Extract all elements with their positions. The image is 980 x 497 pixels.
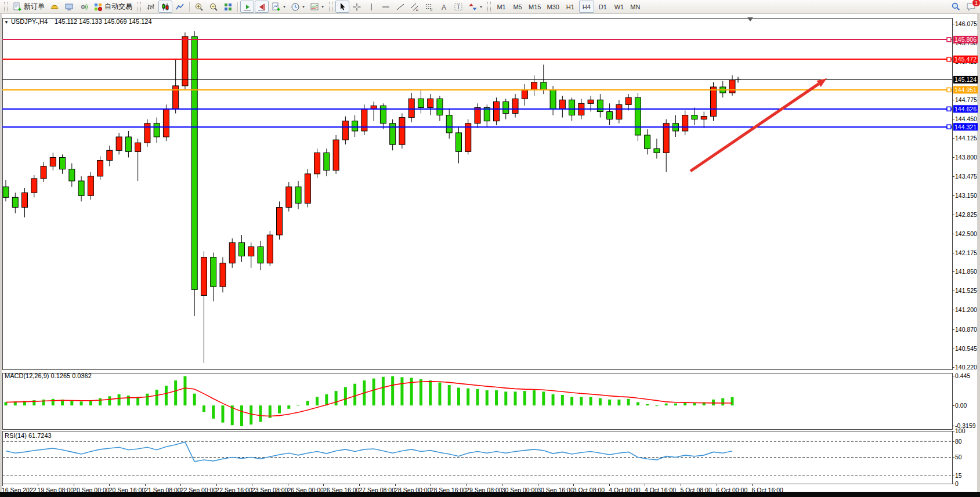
svg-text:26 Sep 00:00: 26 Sep 00:00	[287, 487, 324, 492]
hline-handle[interactable]	[947, 125, 951, 129]
candle-up	[399, 118, 405, 145]
new-order-button[interactable]: 新订单	[10, 1, 47, 13]
chart-svg: 146.075145.750145.425144.775144.450144.1…	[0, 14, 980, 492]
channel-icon: E	[410, 2, 420, 12]
line-chart-button[interactable]	[173, 1, 187, 13]
candle-down	[3, 187, 9, 197]
zoom-out-button[interactable]	[207, 1, 220, 13]
arrow-shaft[interactable]	[690, 84, 819, 171]
candle-up	[342, 121, 348, 140]
trendline-button[interactable]	[393, 1, 407, 13]
chevron-down-icon: ▾	[321, 4, 324, 9]
macd-bar	[570, 397, 573, 405]
horizontal-line-button[interactable]	[379, 1, 393, 13]
svg-text:100: 100	[955, 427, 965, 434]
chart-shift-button[interactable]	[255, 1, 269, 13]
timeframe-MN[interactable]: MN	[628, 1, 643, 13]
timeframe-M30[interactable]: M30	[544, 1, 561, 13]
macd-bar	[306, 401, 309, 405]
arrows-button[interactable]: ▾	[466, 1, 484, 13]
periods-button[interactable]: ▾	[288, 1, 307, 13]
equidistant-channel-button[interactable]: E	[408, 1, 422, 13]
autotrading-button[interactable]: 自动交易	[91, 1, 135, 13]
toolbar-grip[interactable]	[329, 2, 332, 12]
svg-text:142.825: 142.825	[955, 211, 977, 218]
macd-bar	[731, 397, 734, 405]
candle-down	[295, 187, 301, 203]
text-label-button[interactable]: T	[451, 1, 465, 13]
line-chart-icon	[175, 2, 185, 12]
timeframe-M15[interactable]: M15	[526, 1, 543, 13]
candle-up	[729, 80, 735, 93]
fibonacci-button[interactable]: F	[422, 1, 436, 13]
svg-text:144.626: 144.626	[954, 106, 977, 113]
svg-text:144.951: 144.951	[954, 86, 977, 93]
svg-text:27 Sep 08:00: 27 Sep 08:00	[359, 487, 396, 492]
text-button[interactable]: A	[437, 1, 451, 13]
search-icon	[951, 2, 961, 12]
signals-button[interactable]	[77, 1, 91, 13]
bar-chart-button[interactable]	[144, 1, 158, 13]
macd-bar	[646, 404, 649, 405]
macd-bar	[486, 390, 489, 405]
navigator-icon	[64, 2, 74, 12]
candle-down	[654, 148, 660, 153]
crosshair-button[interactable]	[350, 1, 364, 13]
toolbar-grip[interactable]	[4, 2, 8, 12]
macd-bar	[495, 390, 498, 405]
svg-text:16 Sep 2022: 16 Sep 2022	[2, 487, 37, 492]
gold-icon	[50, 2, 59, 12]
notifications-button[interactable]: 1	[964, 1, 978, 13]
macd-bar	[353, 384, 356, 405]
candle-down	[455, 133, 461, 151]
candle-up	[588, 100, 594, 103]
navigator-button[interactable]	[62, 1, 76, 13]
candle-up	[682, 115, 688, 131]
candlestick-chart-button[interactable]	[158, 1, 172, 13]
hline-handle[interactable]	[947, 57, 951, 61]
market-watch-button[interactable]	[48, 1, 62, 13]
candle-up	[41, 166, 46, 179]
timeframe-D1[interactable]: D1	[595, 1, 610, 13]
hline-handle[interactable]	[947, 107, 951, 111]
svg-text:15: 15	[955, 472, 962, 479]
macd-bar	[316, 397, 319, 405]
notification-count-badge: 1	[972, 0, 980, 7]
timeframe-W1[interactable]: W1	[612, 1, 627, 13]
macd-bar	[599, 398, 602, 405]
vertical-line-button[interactable]	[364, 1, 378, 13]
tile-windows-icon	[223, 2, 233, 12]
add-indicator-button[interactable]: ▾	[269, 1, 288, 13]
tile-windows-button[interactable]	[221, 1, 235, 13]
rsi-layer	[2, 441, 952, 476]
chart-shift-icon	[257, 2, 266, 12]
candle-up	[361, 109, 367, 130]
macd-bar	[637, 402, 639, 405]
candle-down	[78, 181, 84, 195]
candle-down	[191, 37, 197, 289]
autoscroll-button[interactable]	[240, 1, 254, 13]
chart-title-bar[interactable]: ▼USDJPY-,H4145.112 145.133 145.069 145.1…	[4, 18, 152, 25]
candle-up	[163, 109, 169, 137]
candle-up	[701, 117, 707, 119]
timeframe-H1[interactable]: H1	[563, 1, 578, 13]
cursor-button[interactable]	[335, 1, 349, 13]
text-a-icon: A	[439, 2, 449, 12]
chart-window: 146.075145.750145.425144.775144.450144.1…	[0, 14, 980, 492]
candle-down	[484, 107, 490, 121]
vertical-line-icon	[367, 2, 376, 12]
timeframe-M5[interactable]: M5	[510, 1, 525, 13]
timeframe-H4[interactable]: H4	[579, 1, 594, 13]
candle-up	[286, 187, 292, 207]
search-button[interactable]	[949, 1, 963, 13]
zoom-in-button[interactable]	[192, 1, 206, 13]
macd-bar	[665, 404, 668, 405]
hline-handle[interactable]	[947, 88, 951, 92]
shift-marker-layer[interactable]	[747, 17, 753, 21]
toolbar-grip[interactable]	[138, 2, 141, 12]
timeframe-M1[interactable]: M1	[494, 1, 509, 13]
template-button[interactable]: ▾	[308, 1, 326, 13]
hline-handle[interactable]	[947, 38, 951, 42]
svg-text:143.475: 143.475	[955, 173, 977, 180]
toolbar-grip[interactable]	[487, 2, 491, 12]
